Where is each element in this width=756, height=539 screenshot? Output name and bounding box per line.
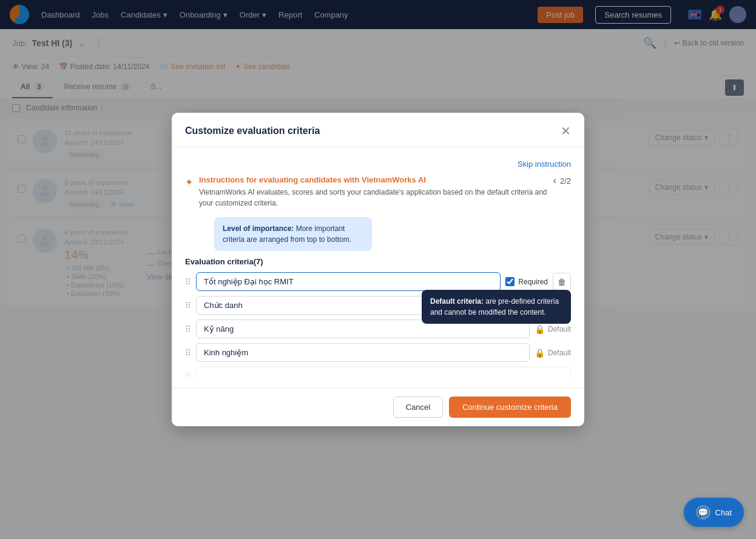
- criteria-title: Evaluation criteria(7): [185, 257, 571, 266]
- modal-header: Customize evaluation criteria ✕: [172, 113, 584, 147]
- drag-handle-icon[interactable]: ⠿: [185, 324, 191, 334]
- criteria-row: ⠿: [185, 367, 571, 378]
- prev-page-button[interactable]: ‹: [553, 175, 556, 186]
- page-indicator: ‹ 2/2: [553, 175, 571, 186]
- drag-handle-icon[interactable]: ⠿: [185, 301, 191, 310]
- modal-title: Customize evaluation criteria: [185, 126, 320, 136]
- required-checkbox[interactable]: [505, 277, 515, 286]
- instruction-banner: ✦ Instructions for evaluating candidates…: [185, 175, 571, 209]
- default-badge: 🔒 Default: [535, 324, 571, 334]
- tooltip-importance-row: Level of importance: More important crit…: [185, 217, 571, 251]
- chat-button[interactable]: 💬 Chat: [684, 498, 744, 527]
- criteria-rows-container: ⠿ Required 🗑 ⠿: [185, 272, 571, 378]
- criteria-row-partial: ⠿: [185, 367, 571, 378]
- criteria-section: Level of importance: More important crit…: [185, 217, 571, 378]
- brand-name: VietnamWorks AI: [362, 175, 426, 184]
- skip-instruction-container: Skip instruction: [185, 158, 571, 169]
- continue-customize-button[interactable]: Continue customize criteria: [449, 397, 571, 418]
- instruction-title: Instructions for evaluating candidates w…: [199, 175, 547, 184]
- criteria-input[interactable]: [196, 272, 501, 291]
- drag-handle-icon: ⠿: [185, 372, 191, 378]
- modal-footer: Cancel Continue customize criteria: [172, 387, 584, 426]
- default-tooltip: Default criteria: are pre-defined criter…: [422, 290, 571, 324]
- page-number: 2/2: [560, 176, 571, 186]
- ai-sparkle-icon: ✦: [185, 176, 193, 188]
- modal-body: Skip instruction ✦ Instructions for eval…: [172, 147, 584, 387]
- criteria-row: ⠿ Required 🗑: [185, 272, 571, 291]
- instruction-text: Instructions for evaluating candidates w…: [199, 175, 547, 209]
- chat-label: Chat: [715, 508, 732, 517]
- modal-close-button[interactable]: ✕: [561, 124, 571, 138]
- drag-handle-icon[interactable]: ⠿: [185, 348, 191, 358]
- delete-criteria-button[interactable]: 🗑: [553, 273, 571, 291]
- chat-icon: 💬: [696, 505, 710, 520]
- drag-handle-icon[interactable]: ⠿: [185, 277, 191, 287]
- modal-overlay[interactable]: Customize evaluation criteria ✕ Skip ins…: [0, 0, 756, 539]
- importance-tooltip: Level of importance: More important crit…: [214, 217, 372, 251]
- tooltip-importance-wrapper: Level of importance: More important crit…: [214, 217, 571, 251]
- instruction-body: VietnamWorks AI evaluates, scores and so…: [199, 187, 547, 209]
- required-checkbox-label: Required: [505, 277, 548, 286]
- lock-icon: 🔒: [535, 324, 545, 334]
- default-badge: 🔒 Default: [535, 348, 571, 358]
- criteria-input: [196, 367, 571, 378]
- customize-criteria-modal: Customize evaluation criteria ✕ Skip ins…: [172, 113, 584, 426]
- criteria-input: [196, 343, 530, 362]
- cancel-button[interactable]: Cancel: [393, 397, 443, 418]
- skip-instruction-link[interactable]: Skip instruction: [518, 159, 571, 169]
- criteria-row: ⠿ 🔒 Default: [185, 343, 571, 362]
- lock-icon: 🔒: [535, 348, 545, 358]
- default-tooltip-bubble: Default criteria: are pre-defined criter…: [422, 290, 571, 324]
- criteria-row-2-wrapper: ⠿ 🔒 Default Default criteria: are pre-de…: [185, 296, 571, 315]
